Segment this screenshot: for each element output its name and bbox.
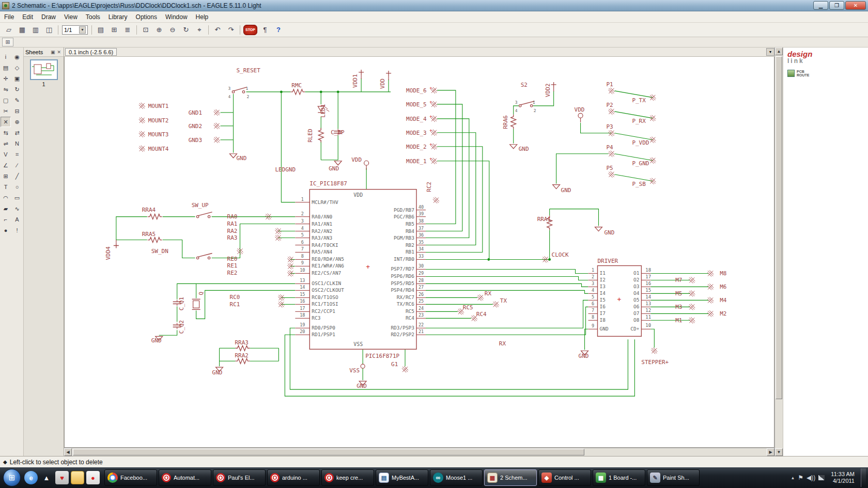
script-button[interactable]: ¶ bbox=[259, 24, 271, 36]
taskbar-window-automat-[interactable]: OAutomat... bbox=[159, 469, 211, 486]
taskbar-window-mybesta-[interactable]: ▤MyBestA... bbox=[376, 469, 428, 486]
maximize-button[interactable]: ❐ bbox=[829, 1, 844, 10]
vertical-scroll-thumb[interactable] bbox=[776, 56, 782, 399]
tool-change[interactable]: ✎ bbox=[12, 95, 22, 105]
help-button[interactable]: ? bbox=[272, 24, 285, 36]
vertical-scrollbar[interactable]: ▲ ▼ bbox=[774, 48, 783, 456]
tool-show[interactable]: ◉ bbox=[12, 52, 22, 62]
media-player-quicklaunch-icon[interactable]: ▲ bbox=[40, 471, 53, 484]
scroll-down-icon[interactable]: ▼ bbox=[775, 448, 783, 456]
zoom-fit-button[interactable]: ⊡ bbox=[140, 24, 152, 36]
tool-rotate[interactable]: ↻ bbox=[12, 84, 22, 95]
taskbar-clock[interactable]: 11:33 AM 4/1/2011 bbox=[828, 471, 858, 484]
tool-cut[interactable]: ✂ bbox=[1, 106, 11, 116]
grid-button[interactable]: ⊞ bbox=[108, 24, 120, 36]
close-button[interactable]: ✕ bbox=[845, 1, 866, 10]
stop-button[interactable]: STOP bbox=[243, 25, 257, 35]
menu-edit[interactable]: Edit bbox=[18, 12, 37, 22]
tool-gateswap[interactable]: ⇌ bbox=[1, 138, 11, 149]
tool-group[interactable]: ▢ bbox=[1, 95, 11, 105]
minimize-button[interactable]: ▁ bbox=[813, 1, 828, 10]
zoom-select-button[interactable]: ⌖ bbox=[193, 24, 206, 36]
menu-window[interactable]: Window bbox=[161, 12, 192, 22]
tool-rect[interactable]: ▭ bbox=[12, 193, 22, 203]
taskbar-window-moose1-[interactable]: ∞Moose1 ... bbox=[430, 469, 483, 486]
tool-text[interactable]: T bbox=[1, 182, 11, 192]
layers-button[interactable]: ≣ bbox=[121, 24, 134, 36]
tray-expand-icon[interactable]: ▲ bbox=[791, 476, 795, 480]
taskbar-window-keep-cre-[interactable]: Okeep cre... bbox=[321, 469, 374, 486]
music-quicklaunch-icon[interactable]: ♥ bbox=[55, 471, 69, 484]
schematic-canvas[interactable]: 1MCLR#/THV2RA0/AN03RA1/AN14RA2/AN25RA3/A… bbox=[64, 57, 774, 448]
tool-add[interactable]: ⊕ bbox=[12, 117, 22, 127]
start-button[interactable]: ⊞ bbox=[3, 469, 21, 486]
tool-copy[interactable]: ▣ bbox=[12, 73, 22, 84]
undo-button[interactable]: ↶ bbox=[211, 24, 224, 36]
tool-delete[interactable]: ✕ bbox=[1, 117, 11, 127]
flag-icon[interactable]: ⚑ bbox=[798, 474, 803, 481]
menu-view[interactable]: View bbox=[60, 12, 82, 22]
tool-invoke[interactable]: ⊞ bbox=[1, 171, 11, 181]
tool-info[interactable]: i bbox=[1, 52, 11, 62]
redo-button[interactable]: ↷ bbox=[225, 24, 237, 36]
explorer-quicklaunch-icon[interactable] bbox=[71, 471, 84, 484]
zoom-out-button[interactable]: ⊖ bbox=[166, 24, 179, 36]
taskbar-window-faceboo-[interactable]: Faceboo... bbox=[104, 469, 157, 486]
tool-junction[interactable]: ● bbox=[1, 225, 11, 235]
tool-errors[interactable]: ! bbox=[12, 225, 22, 235]
internet-quicklaunch-icon[interactable]: e bbox=[24, 471, 38, 484]
network-icon[interactable] bbox=[818, 475, 825, 480]
notes-quicklaunch-icon[interactable]: ● bbox=[86, 471, 100, 484]
grid-toggle-button[interactable]: ⊞ bbox=[2, 38, 13, 46]
menu-file[interactable]: File bbox=[0, 12, 18, 22]
scroll-right-icon[interactable]: ▶ bbox=[767, 448, 774, 456]
tool-split[interactable]: ∕ bbox=[12, 160, 22, 170]
tool-display[interactable]: ▤ bbox=[1, 62, 11, 73]
tool-miter[interactable]: ∠ bbox=[1, 160, 11, 170]
tool-label[interactable]: A bbox=[12, 214, 22, 225]
tool-value[interactable]: V bbox=[1, 149, 11, 160]
tool-name[interactable]: N bbox=[12, 138, 22, 149]
tool-circle[interactable]: ○ bbox=[12, 182, 22, 192]
close-panel-icon[interactable]: ✕ bbox=[56, 50, 62, 55]
tool-bus[interactable]: ∿ bbox=[12, 203, 22, 214]
menu-draw[interactable]: Draw bbox=[37, 12, 60, 22]
tool-polygon[interactable]: ▰ bbox=[1, 203, 11, 214]
tool-replace[interactable]: ⇄ bbox=[12, 128, 22, 138]
zoom-in-button[interactable]: ⊕ bbox=[153, 24, 165, 36]
taskbar-window-paul-s-el-[interactable]: OPaul's El... bbox=[213, 469, 266, 486]
tool-pinswap[interactable]: ⇆ bbox=[1, 128, 11, 138]
tool-smash[interactable]: ⌗ bbox=[12, 149, 22, 160]
tool-mirror[interactable]: ⇋ bbox=[1, 84, 11, 95]
print-button[interactable]: ▥ bbox=[29, 24, 42, 36]
menu-tools[interactable]: Tools bbox=[82, 12, 104, 22]
taskbar-window-arduino-[interactable]: Oarduino ... bbox=[267, 469, 320, 486]
save-button[interactable]: ▦ bbox=[16, 24, 28, 36]
chevron-down-icon[interactable]: ▾ bbox=[766, 48, 774, 56]
sheet-selector-dropdown[interactable]: 1/1▾ bbox=[62, 25, 88, 35]
menu-library[interactable]: Library bbox=[104, 12, 132, 22]
menu-help[interactable]: Help bbox=[192, 12, 213, 22]
pin-panel-icon[interactable]: ▣ bbox=[50, 50, 56, 55]
volume-icon[interactable]: ◀)) bbox=[807, 474, 815, 481]
taskbar-window-1-board-[interactable]: ▦1 Board -... bbox=[593, 469, 645, 486]
taskbar-window-2-schem-[interactable]: ▦2 Schem... bbox=[484, 469, 537, 486]
cam-export-button[interactable]: ◫ bbox=[43, 24, 55, 36]
zoom-redraw-button[interactable]: ↻ bbox=[180, 24, 192, 36]
tool-net[interactable]: ⌐ bbox=[1, 214, 11, 225]
tool-mark[interactable]: ◇ bbox=[12, 62, 22, 73]
scroll-up-icon[interactable]: ▲ bbox=[775, 48, 783, 55]
tool-arc[interactable]: ◠ bbox=[1, 193, 11, 203]
horizontal-scrollbar[interactable]: ◀ ▶ bbox=[64, 448, 774, 456]
taskbar-window-paint-sh-[interactable]: ✎Paint Sh... bbox=[647, 469, 700, 486]
show-desktop-button[interactable] bbox=[861, 468, 866, 487]
taskbar-window-control-[interactable]: ◆Control ... bbox=[538, 469, 591, 486]
scroll-left-icon[interactable]: ◀ bbox=[64, 448, 72, 456]
tool-paste[interactable]: ⊟ bbox=[12, 106, 22, 116]
menu-options[interactable]: Options bbox=[132, 12, 161, 22]
library-button[interactable]: ▤ bbox=[95, 24, 107, 36]
tool-move[interactable]: ✛ bbox=[1, 73, 11, 84]
chevron-down-icon[interactable]: ▾ bbox=[79, 26, 86, 34]
sheet-thumbnail[interactable] bbox=[30, 59, 58, 80]
tool-wire[interactable]: ╱ bbox=[12, 171, 22, 181]
